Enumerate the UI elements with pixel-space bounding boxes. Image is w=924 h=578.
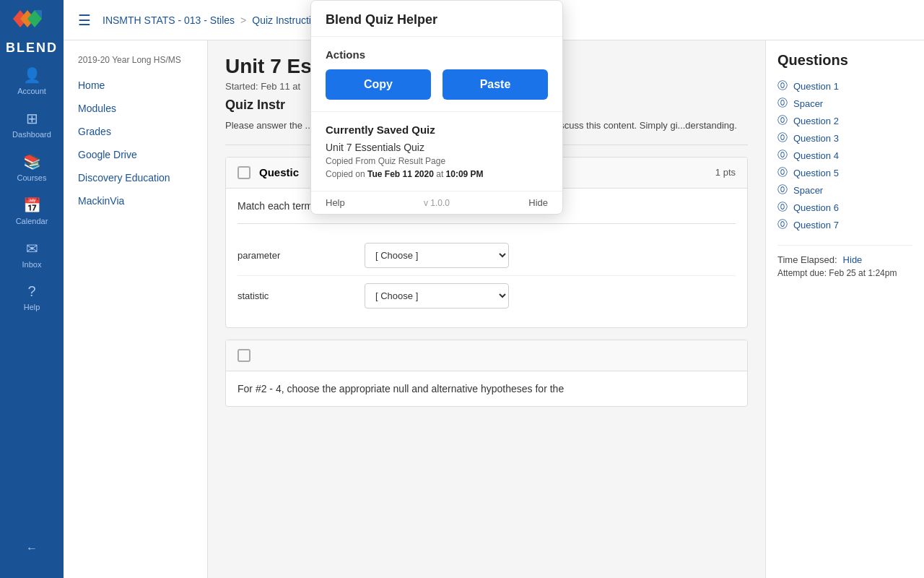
question-2-checkbox[interactable]	[237, 349, 250, 362]
dashboard-icon: ⊞	[26, 110, 38, 127]
question-nav-7[interactable]: ⓪ Question 7	[777, 216, 912, 233]
question-nav-6[interactable]: ⓪ Question 6	[777, 199, 912, 216]
question-nav-icon-2: ⓪	[777, 114, 788, 127]
saved-quiz-source: Copied From Quiz Result Page	[326, 156, 548, 166]
quiz-helper-panel: Blend Quiz Helper Actions Copy Paste Cur…	[310, 0, 563, 215]
helper-footer: Help v 1.0.0 Hide	[311, 191, 562, 214]
question-nav-icon-spacer2: ⓪	[777, 184, 788, 197]
match-row-parameter: parameter [ Choose ]	[237, 236, 736, 276]
breadcrumb-course-link[interactable]: INSMTH STATS - 013 - Stiles	[103, 14, 235, 26]
copied-on-at: at	[436, 169, 443, 179]
question-nav-label-7: Question 7	[793, 220, 839, 230]
question-nav-3[interactable]: ⓪ Question 3	[777, 129, 912, 147]
question-1-pts: 1 pts	[715, 167, 736, 178]
saved-quiz-date: Copied on Tue Feb 11 2020 at 10:09 PM	[326, 169, 548, 179]
time-elapsed-row: Time Elapsed: Hide	[777, 254, 912, 265]
nav-link-google-drive[interactable]: Google Drive	[64, 143, 207, 166]
sidebar: BLEND 👤 Account ⊞ Dashboard 📚 Courses 📅 …	[0, 0, 64, 578]
helper-hide-link[interactable]: Hide	[528, 197, 548, 208]
copy-button[interactable]: Copy	[326, 69, 431, 100]
actions-section: Actions Copy Paste	[311, 37, 562, 112]
actions-label: Actions	[326, 48, 548, 61]
sidebar-navigation: 👤 Account ⊞ Dashboard 📚 Courses 📅 Calend…	[0, 58, 64, 522]
breadcrumb-separator: >	[240, 14, 246, 26]
time-elapsed-section: Time Elapsed: Hide Attempt due: Feb 25 a…	[777, 245, 912, 278]
question-2-text: For #2 - 4, choose the appropriate null …	[237, 383, 736, 394]
collapse-icon: ←	[26, 542, 38, 555]
year-label: 2019-20 Year Long HS/MS	[64, 55, 207, 74]
help-icon: ?	[27, 283, 35, 300]
nav-link-modules[interactable]: Modules	[64, 97, 207, 120]
actions-buttons: Copy Paste	[326, 69, 548, 100]
question-nav-icon-spacer1: ⓪	[777, 97, 788, 110]
question-nav-icon-5: ⓪	[777, 166, 788, 179]
sidebar-label-courses: Courses	[17, 173, 47, 182]
paste-button[interactable]: Paste	[443, 69, 548, 100]
version-text: v 1.0.0	[424, 198, 450, 208]
question-nav-label-5: Question 5	[793, 168, 839, 178]
question-nav-1[interactable]: ⓪ Question 1	[777, 77, 912, 95]
copied-on-prefix: Copied on	[326, 169, 365, 179]
time-elapsed-label: Time Elapsed:	[777, 254, 837, 265]
question-nav-label-4: Question 4	[793, 150, 839, 161]
question-nav-icon-7: ⓪	[777, 218, 788, 231]
sidebar-item-inbox[interactable]: ✉ Inbox	[0, 231, 64, 275]
attempt-due: Attempt due: Feb 25 at 1:24pm	[777, 268, 912, 278]
sidebar-item-help[interactable]: ? Help	[0, 275, 64, 317]
nav-link-discovery-education[interactable]: Discovery Education	[64, 166, 207, 189]
sidebar-item-courses[interactable]: 📚 Courses	[0, 144, 64, 188]
sidebar-collapse-button[interactable]: ←	[26, 533, 38, 564]
nav-link-home[interactable]: Home	[64, 74, 207, 97]
questions-panel-title: Questions	[777, 52, 912, 69]
question-1-checkbox[interactable]	[237, 166, 250, 179]
sidebar-label-dashboard: Dashboard	[12, 130, 51, 139]
question-nav-2[interactable]: ⓪ Question 2	[777, 112, 912, 129]
question-nav-5[interactable]: ⓪ Question 5	[777, 164, 912, 181]
sidebar-label-calendar: Calendar	[16, 217, 48, 225]
match-select-parameter[interactable]: [ Choose ]	[365, 243, 509, 268]
sidebar-logo: BLEND	[0, 0, 64, 58]
left-nav: 2019-20 Year Long HS/MS Home Modules Gra…	[64, 40, 208, 578]
question-nav-label-2: Question 2	[793, 116, 839, 126]
nav-link-mackinvia[interactable]: MackinVia	[64, 189, 207, 212]
question-nav-label-spacer2: Spacer	[793, 185, 823, 196]
saved-quiz-title: Currently Saved Quiz	[326, 124, 548, 136]
courses-icon: 📚	[23, 153, 41, 171]
question-nav-icon-4: ⓪	[777, 149, 788, 162]
match-select-statistic[interactable]: [ Choose ]	[365, 283, 509, 309]
question-nav-icon-6: ⓪	[777, 201, 788, 214]
right-panel: Questions ⓪ Question 1 ⓪ Spacer ⓪ Questi…	[765, 40, 924, 578]
match-row-statistic: statistic [ Choose ]	[237, 276, 736, 316]
account-icon: 👤	[23, 66, 41, 84]
copied-on-date: Tue Feb 11 2020	[367, 169, 434, 179]
question-nav-label-3: Question 3	[793, 133, 839, 144]
quiz-helper-title: Blend Quiz Helper	[326, 12, 548, 27]
sidebar-label-help: Help	[24, 303, 40, 311]
nav-link-grades[interactable]: Grades	[64, 120, 207, 143]
sidebar-item-calendar[interactable]: 📅 Calendar	[0, 188, 64, 231]
question-nav-spacer2[interactable]: ⓪ Spacer	[777, 181, 912, 199]
question-divider	[237, 223, 736, 224]
question-nav-icon-1: ⓪	[777, 79, 788, 92]
sidebar-label-inbox: Inbox	[22, 260, 42, 269]
breadcrumb: INSMTH STATS - 013 - Stiles > Quiz Instr…	[103, 14, 328, 26]
question-nav-4[interactable]: ⓪ Question 4	[777, 147, 912, 164]
match-term-statistic: statistic	[237, 290, 353, 301]
copied-on-time: 10:09 PM	[446, 169, 484, 179]
sidebar-item-account[interactable]: 👤 Account	[0, 58, 64, 101]
question-2-block: For #2 - 4, choose the appropriate null …	[225, 340, 748, 407]
match-term-parameter: parameter	[237, 250, 353, 261]
helper-help-link[interactable]: Help	[326, 197, 345, 208]
question-2-header	[226, 340, 747, 371]
hamburger-menu-button[interactable]: ☰	[78, 12, 91, 29]
quiz-helper-header: Blend Quiz Helper	[311, 1, 562, 37]
sidebar-bottom: ←	[26, 522, 38, 578]
hide-timer-link[interactable]: Hide	[843, 254, 863, 265]
sidebar-item-dashboard[interactable]: ⊞ Dashboard	[0, 101, 64, 144]
blend-logo-icon	[13, 10, 51, 39]
inbox-icon: ✉	[26, 240, 38, 257]
question-nav-label-spacer1: Spacer	[793, 98, 823, 109]
question-nav-label-1: Question 1	[793, 81, 839, 92]
question-nav-spacer1[interactable]: ⓪ Spacer	[777, 95, 912, 112]
question-nav-icon-3: ⓪	[777, 131, 788, 144]
